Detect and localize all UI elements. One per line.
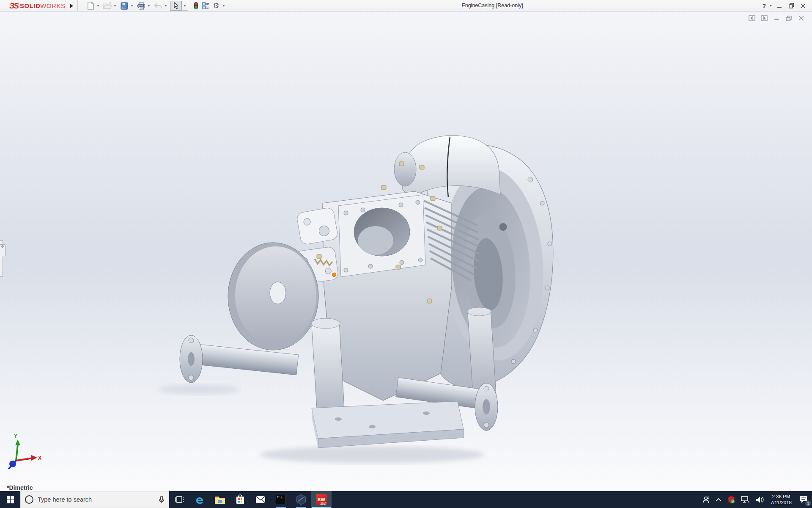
x-axis-label: X (38, 455, 41, 461)
z-axis-ball (9, 461, 16, 467)
collapse-pane-left-button[interactable] (748, 14, 756, 22)
support-arm-left (312, 321, 344, 415)
housing-bolt (511, 359, 516, 364)
clock-time: 2:36 PM (771, 494, 792, 500)
save-button[interactable] (119, 1, 129, 11)
open-document-button[interactable] (102, 1, 112, 11)
search-input[interactable] (38, 496, 154, 503)
gasket-upper (296, 207, 338, 245)
close-button[interactable] (798, 2, 808, 10)
windows-taskbar: e C:\_ (0, 491, 812, 508)
system-tray: 2:36 PM 7/11/2018 3 (699, 491, 812, 508)
document-restore-button[interactable] (785, 14, 793, 22)
new-document-button[interactable] (85, 1, 96, 11)
solidworks-resource-monitor[interactable] (724, 491, 738, 508)
logo-text-solid: SOLID (20, 2, 40, 9)
minimize-button[interactable] (775, 2, 784, 10)
collapse-pane-right-button[interactable] (760, 14, 768, 22)
people-button[interactable] (699, 491, 713, 508)
microphone-icon[interactable] (159, 496, 165, 504)
open-document-icon (103, 2, 112, 9)
select-tool-caret[interactable]: ▼ (182, 1, 188, 11)
rebuild-button[interactable] (191, 1, 201, 11)
taskbar-clock[interactable]: 2:36 PM 7/11/2018 (767, 494, 795, 505)
help-caret[interactable]: ▼ (769, 4, 772, 7)
document-minimize-button[interactable] (772, 14, 781, 22)
toolbar-separator (66, 0, 66, 11)
toolbar-separator (77, 0, 78, 11)
windows-logo-icon (7, 496, 14, 503)
arm-cap (467, 307, 491, 316)
rebuild-traffic-light-icon (194, 2, 198, 10)
menu-flyout-button[interactable] (68, 1, 75, 10)
mail-icon (255, 496, 266, 503)
network-button[interactable] (738, 491, 753, 508)
arm-cap (311, 318, 340, 329)
document-close-button[interactable] (797, 14, 805, 22)
file-properties-icon (202, 2, 210, 9)
taskbar-app-store[interactable] (230, 491, 250, 508)
print-caret[interactable]: ▼ (146, 1, 151, 11)
command-prompt-icon: C:\_ (276, 495, 286, 504)
dassault-logo-mark: ЗS (9, 1, 18, 11)
select-tool-button[interactable] (170, 1, 182, 11)
x-axis-arrow (31, 455, 37, 461)
flange-hole (189, 338, 194, 343)
restore-button[interactable] (787, 2, 796, 10)
new-document-icon (87, 2, 94, 10)
cover-stub (394, 152, 416, 186)
housing-bolt (528, 177, 533, 182)
taskbar-app-mail[interactable] (250, 491, 271, 508)
graphics-viewport[interactable]: Y X *Dimetric (0, 12, 812, 491)
action-center-button[interactable]: 3 (795, 491, 812, 508)
titlebar-controls: ? ▼ (762, 0, 808, 11)
print-icon (137, 2, 145, 10)
task-view-button[interactable] (169, 491, 189, 508)
edge-icon: e (196, 494, 203, 505)
engine-casing-model[interactable] (0, 12, 812, 491)
document-window-controls (748, 14, 805, 22)
file-explorer-icon (214, 495, 225, 504)
network-icon (741, 496, 750, 503)
sw-year: 2017 (321, 502, 326, 505)
options-button[interactable]: ⚙ (211, 1, 221, 11)
help-button[interactable]: ? (762, 3, 767, 9)
new-document-caret[interactable]: ▼ (96, 1, 101, 11)
options-caret[interactable]: ▼ (221, 1, 226, 11)
y-axis-label: Y (14, 433, 17, 439)
gear-icon: ⚙ (213, 2, 219, 9)
volume-button[interactable] (753, 491, 767, 508)
notification-badge: 3 (805, 500, 811, 506)
undo-icon (154, 3, 162, 9)
hidden-icons-button[interactable] (713, 491, 724, 508)
taskbar-app-command-prompt[interactable]: C:\_ (271, 491, 291, 508)
undo-caret[interactable]: ▼ (163, 1, 168, 11)
save-caret[interactable]: ▼ (129, 1, 134, 11)
minimize-icon (777, 3, 782, 8)
taskbar-search[interactable] (20, 491, 169, 508)
save-icon (121, 2, 128, 10)
flyout-arrow-icon (70, 4, 73, 8)
taskbar-app-edge[interactable]: e (189, 491, 210, 508)
housing-bolt (548, 242, 552, 246)
y-axis-arrow (15, 439, 20, 445)
logo-text-works: WORKS (40, 2, 65, 9)
task-view-icon (175, 496, 184, 503)
cortana-icon (25, 495, 33, 504)
housing-bolt (533, 328, 538, 332)
document-minimize-icon (774, 16, 779, 21)
solidworks-app-icon: SW 2017 (316, 494, 327, 505)
taskbar-app-file-explorer[interactable] (210, 491, 230, 508)
taskbar-app-solidworks[interactable]: SW 2017 (311, 491, 332, 508)
start-button[interactable] (0, 491, 20, 508)
undo-button[interactable] (153, 1, 163, 11)
print-button[interactable] (136, 1, 146, 11)
restore-icon (789, 3, 794, 8)
selection-point-marker[interactable] (332, 273, 336, 277)
file-properties-button[interactable] (201, 1, 211, 11)
disc-hole (270, 282, 286, 304)
pane-right-icon (761, 15, 768, 21)
taskbar-app-3d-viewer[interactable] (291, 491, 311, 508)
volume-icon (756, 496, 764, 503)
open-document-caret[interactable]: ▼ (112, 1, 118, 11)
